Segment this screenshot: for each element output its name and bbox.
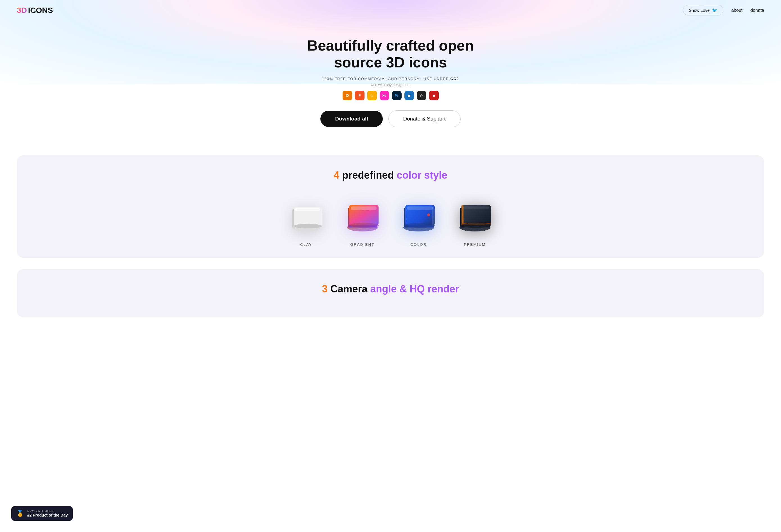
svg-rect-6 (295, 208, 320, 211)
ps-icon: Ps (392, 91, 402, 100)
affinity-icon: ◆ (404, 91, 414, 100)
style-card-gradient: GRADIENT (340, 192, 385, 247)
color-style-section: 4 predefined color style (17, 155, 764, 258)
style-card-premium: PREMIUM (452, 192, 497, 247)
svg-point-7 (294, 224, 322, 228)
camera-text: Camera (327, 283, 370, 295)
svg-point-13 (349, 223, 379, 228)
blender-icon (342, 91, 352, 100)
camera-num: 3 (322, 283, 327, 295)
hero-section: Beautifully crafted open source 3D icons… (0, 20, 781, 155)
ph-medal-icon: 🏅 (16, 510, 24, 517)
color-label: COLOR (411, 242, 427, 247)
sketch-icon: ◇ (367, 91, 377, 100)
show-love-button[interactable]: Show Love 🐦 (683, 5, 724, 15)
premium-icon (452, 192, 497, 237)
hero-heading: Beautifully crafted open source 3D icons (285, 37, 496, 71)
about-link[interactable]: about (731, 8, 742, 13)
hero-license-text: 100% FREE FOR COMMERCIAL AND PERSONAL US… (322, 77, 449, 81)
color-style-title: 4 predefined color style (28, 169, 753, 181)
xd-icon: Xd (380, 91, 389, 100)
camera-gradient: angle & HQ render (370, 283, 459, 295)
svg-point-1 (346, 95, 348, 96)
donate-link[interactable]: donate (750, 8, 764, 13)
ph-text: Product Hunt #2 Product of the Day (27, 509, 68, 518)
clay-label: CLAY (300, 242, 312, 247)
color-icon (396, 192, 441, 237)
camera-title: 3 Camera angle & HQ render (28, 283, 753, 295)
nav: Show Love 🐦 about donate (683, 5, 764, 15)
clay-icon (284, 192, 329, 237)
svg-rect-12 (351, 207, 377, 210)
hero-license: 100% FREE FOR COMMERCIAL AND PERSONAL US… (6, 77, 775, 81)
download-all-button[interactable]: Download all (320, 111, 382, 127)
color-style-predefined: predefined (339, 169, 397, 181)
hero-use-with: Use with any design tool (6, 83, 775, 87)
header: 3D ICONS Show Love 🐦 about donate (0, 0, 781, 20)
svg-rect-18 (407, 207, 433, 210)
cta-buttons: Download all Donate & Support (6, 110, 775, 127)
svg-point-20 (427, 214, 430, 216)
gradient-label: GRADIENT (351, 242, 375, 247)
camera-section: 3 Camera angle & HQ render (17, 269, 764, 317)
ph-label: Product Hunt (27, 509, 68, 513)
twitter-icon: 🐦 (712, 8, 717, 13)
show-love-label: Show Love (689, 8, 710, 13)
product-hunt-badge[interactable]: 🏅 Product Hunt #2 Product of the Day (11, 506, 73, 521)
color-style-gradient: color style (397, 169, 447, 181)
gradient-icon (340, 192, 385, 237)
tool-icons-row: F ◇ Xd Ps ◆ ◇ ■ (6, 91, 775, 100)
svg-point-19 (405, 223, 435, 228)
premium-label: PREMIUM (464, 242, 486, 247)
figma-icon: F (355, 91, 365, 100)
hero-license-code: CC0 (451, 77, 459, 81)
logo-3d: 3D (17, 6, 27, 15)
donate-button[interactable]: Donate & Support (388, 110, 461, 127)
style-card-color: COLOR (396, 192, 441, 247)
ph-rank: #2 Product of the Day (27, 513, 68, 518)
affinity2-icon: ◇ (417, 91, 426, 100)
red-app-icon: ■ (429, 91, 439, 100)
color-style-num: 4 (334, 169, 339, 181)
logo-icons: ICONS (28, 6, 53, 15)
svg-rect-27 (463, 207, 489, 209)
style-cards: CLAY (28, 192, 753, 247)
logo[interactable]: 3D ICONS (17, 6, 53, 15)
style-card-clay: CLAY (284, 192, 329, 247)
svg-point-28 (461, 223, 491, 228)
